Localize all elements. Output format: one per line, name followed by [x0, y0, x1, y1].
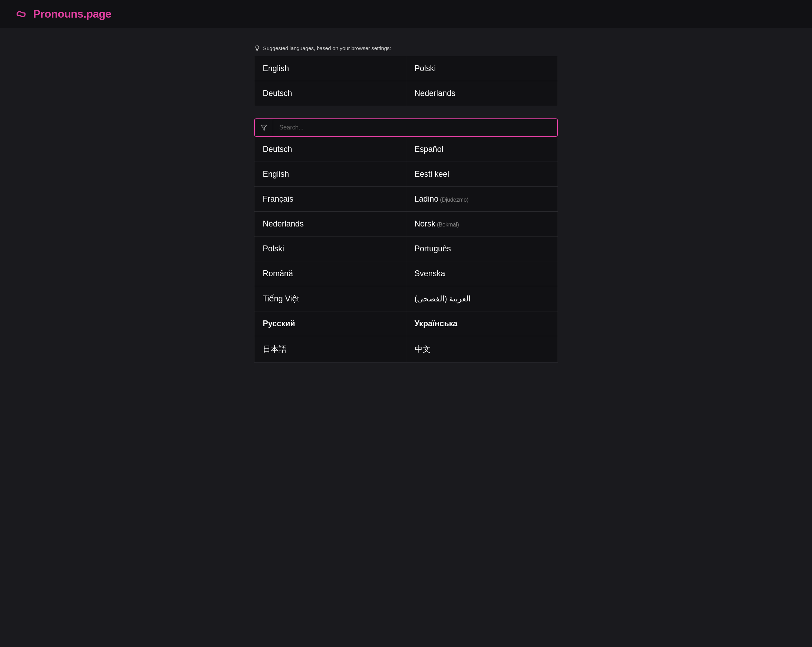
- site-header: Pronouns.page: [0, 0, 812, 28]
- lightbulb-icon: [254, 45, 260, 51]
- table-row: РусскийУкраїнська: [255, 311, 558, 336]
- search-input[interactable]: [273, 119, 557, 136]
- filter-button[interactable]: [255, 119, 273, 136]
- suggested-languages-table: English Polski Deutsch Nederlands: [254, 56, 558, 106]
- table-row: EnglishEesti keel: [255, 162, 558, 187]
- list-item[interactable]: Deutsch: [255, 81, 406, 106]
- table-row: English Polski: [255, 56, 558, 81]
- table-row: NederlandsNorsk (Bokmål): [255, 212, 558, 237]
- list-item[interactable]: Русский: [255, 311, 406, 336]
- list-item[interactable]: Português: [406, 237, 558, 261]
- search-container: [254, 118, 558, 137]
- list-item[interactable]: Français: [255, 187, 406, 212]
- table-row: Deutsch Nederlands: [255, 81, 558, 106]
- list-item[interactable]: Polski: [406, 56, 558, 81]
- list-item[interactable]: English: [255, 56, 406, 81]
- main-content: Suggested languages, based on your brows…: [240, 28, 572, 376]
- list-item[interactable]: Deutsch: [255, 137, 406, 162]
- list-item[interactable]: Nederlands: [255, 212, 406, 237]
- suggestion-label: Suggested languages, based on your brows…: [263, 45, 391, 51]
- all-languages-table: DeutschEspañolEnglishEesti keelFrançaisL…: [254, 137, 558, 363]
- list-item[interactable]: Svenska: [406, 261, 558, 286]
- list-item[interactable]: Română: [255, 261, 406, 286]
- list-item[interactable]: 日本語: [255, 336, 406, 363]
- table-row: DeutschEspañol: [255, 137, 558, 162]
- table-row: PolskiPortuguês: [255, 237, 558, 261]
- table-row: 日本語中文: [255, 336, 558, 363]
- list-item[interactable]: Español: [406, 137, 558, 162]
- list-item[interactable]: العربية (الفصحى): [406, 286, 558, 311]
- list-item[interactable]: Tiếng Việt: [255, 286, 406, 311]
- search-wrapper: [254, 118, 558, 137]
- list-item[interactable]: English: [255, 162, 406, 187]
- table-row: RomânăSvenska: [255, 261, 558, 286]
- list-item[interactable]: Ladino (Djudezmo): [406, 187, 558, 212]
- list-item[interactable]: Українська: [406, 311, 558, 336]
- list-item[interactable]: Norsk (Bokmål): [406, 212, 558, 237]
- list-item[interactable]: Polski: [255, 237, 406, 261]
- filter-icon: [260, 124, 267, 131]
- logo-icon[interactable]: [14, 9, 28, 20]
- list-item[interactable]: Nederlands: [406, 81, 558, 106]
- table-row: FrançaisLadino (Djudezmo): [255, 187, 558, 212]
- suggestion-header: Suggested languages, based on your brows…: [254, 45, 558, 51]
- list-item[interactable]: Eesti keel: [406, 162, 558, 187]
- table-row: Tiếng Việtالعربية (الفصحى): [255, 286, 558, 311]
- list-item[interactable]: 中文: [406, 336, 558, 363]
- svg-marker-0: [261, 125, 267, 130]
- site-title: Pronouns.page: [33, 8, 111, 20]
